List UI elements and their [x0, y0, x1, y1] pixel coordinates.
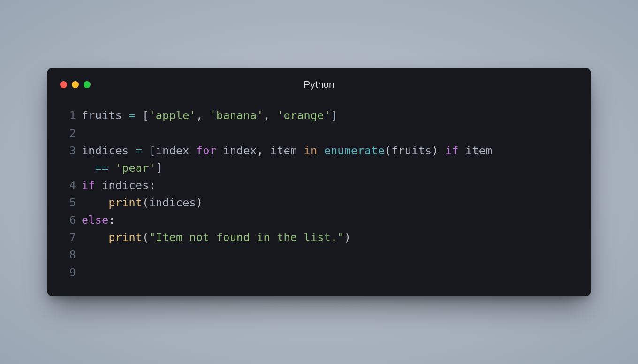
code-line-wrap: == 'pear']	[60, 159, 578, 177]
code-line: 1 fruits = ['apple', 'banana', 'orange']	[60, 107, 578, 124]
code-text	[76, 246, 82, 264]
code-line: 7 print("Item not found in the list.")	[60, 229, 578, 246]
line-number: 9	[60, 264, 76, 281]
line-number: 6	[60, 212, 76, 229]
code-text: indices = [index for index, item in enum…	[76, 142, 492, 159]
line-number: 3	[60, 142, 76, 159]
code-window: Python 1 fruits = ['apple', 'banana', 'o…	[47, 68, 591, 296]
window-titlebar: Python	[60, 78, 578, 91]
code-text: print("Item not found in the list.")	[76, 229, 351, 246]
code-text: fruits = ['apple', 'banana', 'orange']	[76, 107, 337, 124]
code-line: 4 if indices:	[60, 177, 578, 194]
line-number: 2	[60, 125, 76, 142]
code-line: 6 else:	[60, 212, 578, 229]
code-line: 5 print(indices)	[60, 194, 578, 212]
window-title: Python	[60, 79, 578, 90]
code-line: 9	[60, 264, 578, 281]
code-line: 2	[60, 125, 578, 142]
code-editor[interactable]: 1 fruits = ['apple', 'banana', 'orange']…	[60, 107, 578, 281]
code-text	[76, 264, 82, 281]
code-line: 3 indices = [index for index, item in en…	[60, 142, 578, 159]
line-number: 7	[60, 229, 76, 246]
line-number: 8	[60, 246, 76, 264]
line-number: 4	[60, 177, 76, 194]
line-number: 1	[60, 107, 76, 124]
code-line: 8	[60, 246, 578, 264]
code-text	[76, 125, 82, 142]
code-text: else:	[76, 212, 115, 229]
code-text: if indices:	[76, 177, 156, 194]
line-number: 5	[60, 194, 76, 212]
code-text: print(indices)	[76, 194, 203, 212]
